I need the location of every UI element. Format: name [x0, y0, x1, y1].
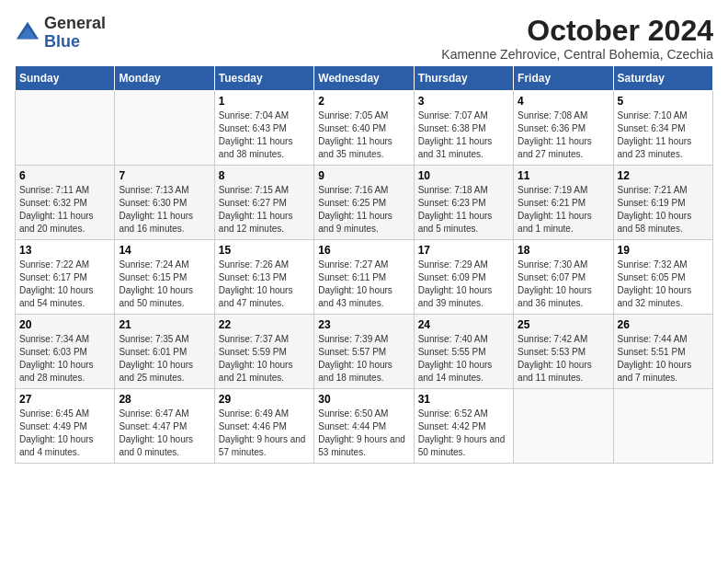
calendar-cell: 26Sunrise: 7:44 AM Sunset: 5:51 PM Dayli… — [613, 315, 712, 389]
calendar-cell: 22Sunrise: 7:37 AM Sunset: 5:59 PM Dayli… — [214, 315, 313, 389]
day-info: Sunrise: 7:04 AM Sunset: 6:43 PM Dayligh… — [219, 109, 310, 161]
day-number: 23 — [318, 318, 409, 331]
day-number: 10 — [418, 169, 509, 182]
calendar-cell: 9Sunrise: 7:16 AM Sunset: 6:25 PM Daylig… — [314, 166, 414, 240]
day-info: Sunrise: 6:45 AM Sunset: 4:49 PM Dayligh… — [19, 408, 110, 459]
day-number: 1 — [219, 95, 310, 108]
day-info: Sunrise: 7:44 AM Sunset: 5:51 PM Dayligh… — [618, 333, 709, 385]
day-number: 12 — [618, 169, 709, 182]
day-info: Sunrise: 7:18 AM Sunset: 6:23 PM Dayligh… — [418, 184, 509, 236]
day-number: 19 — [618, 244, 709, 257]
calendar-cell: 28Sunrise: 6:47 AM Sunset: 4:47 PM Dayli… — [115, 389, 214, 464]
calendar-cell — [514, 389, 613, 464]
day-number: 20 — [19, 318, 110, 331]
calendar-week-row: 1Sunrise: 7:04 AM Sunset: 6:43 PM Daylig… — [16, 91, 713, 166]
day-info: Sunrise: 7:42 AM Sunset: 5:53 PM Dayligh… — [518, 333, 609, 385]
day-info: Sunrise: 7:07 AM Sunset: 6:38 PM Dayligh… — [418, 109, 509, 161]
day-info: Sunrise: 7:35 AM Sunset: 6:01 PM Dayligh… — [119, 333, 210, 385]
month-title: October 2024 — [441, 15, 713, 47]
calendar-week-row: 6Sunrise: 7:11 AM Sunset: 6:32 PM Daylig… — [16, 166, 713, 240]
day-number: 17 — [418, 244, 509, 257]
day-number: 11 — [518, 169, 609, 182]
calendar-cell: 11Sunrise: 7:19 AM Sunset: 6:21 PM Dayli… — [514, 166, 613, 240]
day-info: Sunrise: 6:47 AM Sunset: 4:47 PM Dayligh… — [119, 408, 210, 459]
calendar-cell — [115, 91, 214, 166]
calendar-cell: 24Sunrise: 7:40 AM Sunset: 5:55 PM Dayli… — [414, 315, 513, 389]
calendar-cell: 14Sunrise: 7:24 AM Sunset: 6:15 PM Dayli… — [115, 240, 214, 315]
day-info: Sunrise: 7:24 AM Sunset: 6:15 PM Dayligh… — [119, 259, 210, 310]
day-info: Sunrise: 6:50 AM Sunset: 4:44 PM Dayligh… — [318, 408, 409, 459]
weekday-header: Sunday — [16, 66, 115, 91]
day-number: 2 — [318, 95, 409, 108]
calendar-cell: 20Sunrise: 7:34 AM Sunset: 6:03 PM Dayli… — [16, 315, 115, 389]
day-info: Sunrise: 7:30 AM Sunset: 6:07 PM Dayligh… — [518, 259, 609, 310]
calendar-cell: 2Sunrise: 7:05 AM Sunset: 6:40 PM Daylig… — [314, 91, 414, 166]
day-number: 21 — [119, 318, 210, 331]
calendar-cell: 12Sunrise: 7:21 AM Sunset: 6:19 PM Dayli… — [613, 166, 712, 240]
day-info: Sunrise: 7:39 AM Sunset: 5:57 PM Dayligh… — [318, 333, 409, 385]
calendar-cell: 23Sunrise: 7:39 AM Sunset: 5:57 PM Dayli… — [314, 315, 414, 389]
weekday-header-row: SundayMondayTuesdayWednesdayThursdayFrid… — [16, 66, 713, 91]
logo: General Blue — [15, 15, 106, 52]
day-info: Sunrise: 7:13 AM Sunset: 6:30 PM Dayligh… — [119, 184, 210, 236]
day-info: Sunrise: 7:15 AM Sunset: 6:27 PM Dayligh… — [219, 184, 310, 236]
calendar-cell: 8Sunrise: 7:15 AM Sunset: 6:27 PM Daylig… — [214, 166, 313, 240]
weekday-header: Thursday — [414, 66, 513, 91]
day-number: 3 — [418, 95, 509, 108]
calendar-cell: 7Sunrise: 7:13 AM Sunset: 6:30 PM Daylig… — [115, 166, 214, 240]
calendar-cell: 4Sunrise: 7:08 AM Sunset: 6:36 PM Daylig… — [514, 91, 613, 166]
day-number: 7 — [119, 169, 210, 182]
day-number: 25 — [518, 318, 609, 331]
calendar-cell: 25Sunrise: 7:42 AM Sunset: 5:53 PM Dayli… — [514, 315, 613, 389]
day-info: Sunrise: 7:21 AM Sunset: 6:19 PM Dayligh… — [618, 184, 709, 236]
day-info: Sunrise: 7:22 AM Sunset: 6:17 PM Dayligh… — [19, 259, 110, 310]
calendar-cell: 1Sunrise: 7:04 AM Sunset: 6:43 PM Daylig… — [214, 91, 313, 166]
day-info: Sunrise: 7:40 AM Sunset: 5:55 PM Dayligh… — [418, 333, 509, 385]
day-info: Sunrise: 7:05 AM Sunset: 6:40 PM Dayligh… — [318, 109, 409, 161]
day-info: Sunrise: 7:11 AM Sunset: 6:32 PM Dayligh… — [19, 184, 110, 236]
day-info: Sunrise: 7:10 AM Sunset: 6:34 PM Dayligh… — [618, 109, 709, 161]
weekday-header: Wednesday — [314, 66, 414, 91]
calendar-cell: 5Sunrise: 7:10 AM Sunset: 6:34 PM Daylig… — [613, 91, 712, 166]
day-info: Sunrise: 6:49 AM Sunset: 4:46 PM Dayligh… — [219, 408, 310, 459]
logo-text: General Blue — [44, 15, 106, 52]
day-number: 14 — [119, 244, 210, 257]
day-info: Sunrise: 7:34 AM Sunset: 6:03 PM Dayligh… — [19, 333, 110, 385]
calendar-cell: 27Sunrise: 6:45 AM Sunset: 4:49 PM Dayli… — [16, 389, 115, 464]
day-number: 28 — [119, 393, 210, 406]
calendar-cell: 31Sunrise: 6:52 AM Sunset: 4:42 PM Dayli… — [414, 389, 513, 464]
calendar-cell — [16, 91, 115, 166]
calendar-table: SundayMondayTuesdayWednesdayThursdayFrid… — [15, 65, 713, 464]
logo-general: General — [44, 14, 106, 32]
calendar-cell: 15Sunrise: 7:26 AM Sunset: 6:13 PM Dayli… — [214, 240, 313, 315]
calendar-cell: 18Sunrise: 7:30 AM Sunset: 6:07 PM Dayli… — [514, 240, 613, 315]
logo-icon — [15, 20, 40, 46]
day-number: 24 — [418, 318, 509, 331]
day-number: 30 — [318, 393, 409, 406]
calendar-cell: 29Sunrise: 6:49 AM Sunset: 4:46 PM Dayli… — [214, 389, 313, 464]
day-number: 6 — [19, 169, 110, 182]
day-info: Sunrise: 7:26 AM Sunset: 6:13 PM Dayligh… — [219, 259, 310, 310]
day-info: Sunrise: 7:16 AM Sunset: 6:25 PM Dayligh… — [318, 184, 409, 236]
logo-blue: Blue — [44, 32, 80, 51]
day-number: 8 — [219, 169, 310, 182]
page-header: General Blue October 2024 Kamenne Zehrov… — [15, 15, 713, 62]
day-info: Sunrise: 6:52 AM Sunset: 4:42 PM Dayligh… — [418, 408, 509, 459]
day-number: 16 — [318, 244, 409, 257]
calendar-cell: 16Sunrise: 7:27 AM Sunset: 6:11 PM Dayli… — [314, 240, 414, 315]
day-number: 4 — [518, 95, 609, 108]
calendar-cell: 6Sunrise: 7:11 AM Sunset: 6:32 PM Daylig… — [16, 166, 115, 240]
day-number: 26 — [618, 318, 709, 331]
weekday-header: Tuesday — [214, 66, 313, 91]
day-number: 31 — [418, 393, 509, 406]
day-number: 15 — [219, 244, 310, 257]
calendar-cell — [613, 389, 712, 464]
day-info: Sunrise: 7:08 AM Sunset: 6:36 PM Dayligh… — [518, 109, 609, 161]
weekday-header: Saturday — [613, 66, 712, 91]
day-info: Sunrise: 7:19 AM Sunset: 6:21 PM Dayligh… — [518, 184, 609, 236]
day-number: 29 — [219, 393, 310, 406]
calendar-week-row: 20Sunrise: 7:34 AM Sunset: 6:03 PM Dayli… — [16, 315, 713, 389]
day-info: Sunrise: 7:29 AM Sunset: 6:09 PM Dayligh… — [418, 259, 509, 310]
calendar-week-row: 27Sunrise: 6:45 AM Sunset: 4:49 PM Dayli… — [16, 389, 713, 464]
calendar-cell: 30Sunrise: 6:50 AM Sunset: 4:44 PM Dayli… — [314, 389, 414, 464]
